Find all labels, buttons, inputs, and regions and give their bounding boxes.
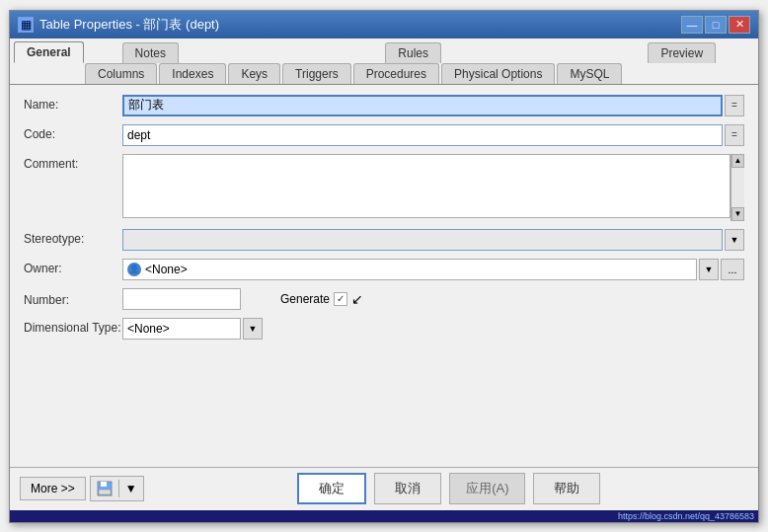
title-controls: — □ ✕ bbox=[681, 16, 750, 34]
tab-columns[interactable]: Columns bbox=[85, 63, 157, 84]
name-control-wrap: = bbox=[122, 95, 744, 116]
owner-user-icon: 👤 bbox=[127, 263, 141, 276]
more-button[interactable]: More >> bbox=[20, 477, 86, 500]
name-label: Name: bbox=[24, 95, 122, 112]
tab-general[interactable]: General bbox=[14, 41, 84, 63]
main-window: ▦ Table Properties - 部门表 (dept) — □ ✕ Ge… bbox=[9, 10, 759, 523]
code-row: Code: = bbox=[24, 124, 744, 146]
stereotype-select-wrap: ▼ bbox=[122, 229, 744, 251]
tab-row-2-inner: Columns Indexes Keys Triggers Procedures… bbox=[10, 63, 758, 84]
owner-ellipsis-button[interactable]: ... bbox=[721, 259, 744, 280]
number-label: Number: bbox=[24, 290, 122, 307]
owner-dropdown-arrow[interactable]: ▼ bbox=[699, 259, 719, 280]
window-icon: ▦ bbox=[18, 17, 34, 33]
dimensional-type-row: Dimensional Type: <None> ▼ bbox=[24, 318, 744, 340]
number-input[interactable] bbox=[122, 288, 241, 310]
dimensional-type-select[interactable]: <None> bbox=[122, 318, 241, 340]
stereotype-label: Stereotype: bbox=[24, 229, 122, 246]
tab-mysql[interactable]: MySQL bbox=[557, 63, 622, 84]
tab-procedures[interactable]: Procedures bbox=[353, 63, 439, 84]
title-bar: ▦ Table Properties - 部门表 (dept) — □ ✕ bbox=[10, 11, 758, 38]
dimensional-select-wrap: <None> ▼ bbox=[122, 318, 263, 340]
tab-notes[interactable]: Notes bbox=[122, 42, 179, 63]
comment-scrollbar[interactable]: ▲ ▼ bbox=[730, 154, 744, 221]
owner-label: Owner: bbox=[24, 259, 122, 275]
cursor-indicator: ↙ bbox=[351, 291, 363, 307]
dimensional-type-label: Dimensional Type: bbox=[24, 318, 122, 335]
comment-wrap: ▲ ▼ bbox=[122, 154, 744, 221]
save-icon bbox=[97, 481, 113, 496]
scroll-down-arrow[interactable]: ▼ bbox=[731, 207, 744, 221]
maximize-button[interactable]: □ bbox=[705, 16, 727, 34]
tab-preview[interactable]: Preview bbox=[648, 42, 716, 63]
tab-indexes[interactable]: Indexes bbox=[159, 63, 226, 84]
owner-wrap: 👤 <None> ▼ ... bbox=[122, 259, 744, 280]
comment-input[interactable] bbox=[122, 154, 730, 218]
name-row: Name: = bbox=[24, 95, 744, 116]
scroll-up-arrow[interactable]: ▲ bbox=[731, 154, 744, 168]
bottom-bar-center: 确定 取消 应用(A) 帮助 bbox=[150, 473, 748, 504]
svg-rect-2 bbox=[99, 490, 111, 494]
bottom-bar: More >> ▼ 确定 取消 应用(A) 帮助 bbox=[10, 467, 758, 510]
tab-triggers[interactable]: Triggers bbox=[282, 63, 351, 84]
cancel-button[interactable]: 取消 bbox=[374, 473, 441, 504]
tab-physical-options[interactable]: Physical Options bbox=[441, 63, 555, 84]
generate-checkbox[interactable]: ✓ bbox=[334, 292, 347, 306]
comment-label: Comment: bbox=[24, 154, 122, 171]
code-label: Code: bbox=[24, 124, 122, 141]
name-input[interactable] bbox=[122, 95, 723, 116]
bottom-bar-left: More >> ▼ bbox=[20, 476, 144, 501]
minimize-button[interactable]: — bbox=[681, 16, 703, 34]
ok-button[interactable]: 确定 bbox=[297, 473, 366, 504]
title-bar-left: ▦ Table Properties - 部门表 (dept) bbox=[18, 16, 219, 34]
code-eq-button[interactable]: = bbox=[725, 124, 744, 146]
owner-field: 👤 <None> bbox=[122, 259, 697, 280]
tab-area: General Notes Rules Preview Columns Inde… bbox=[10, 38, 758, 85]
tab-row-1: General Notes Rules Preview bbox=[10, 38, 758, 63]
comment-row: Comment: ▲ ▼ bbox=[24, 154, 744, 221]
code-control-wrap: = bbox=[122, 124, 744, 146]
code-input[interactable] bbox=[122, 124, 723, 146]
save-icon-button[interactable] bbox=[91, 477, 118, 500]
dimensional-dropdown-arrow[interactable]: ▼ bbox=[243, 318, 263, 340]
svg-rect-1 bbox=[101, 482, 107, 487]
name-eq-button[interactable]: = bbox=[725, 95, 744, 116]
close-button[interactable]: ✕ bbox=[729, 16, 750, 34]
window-title: Table Properties - 部门表 (dept) bbox=[39, 16, 219, 34]
stereotype-input[interactable] bbox=[122, 229, 723, 251]
generate-label: Generate bbox=[280, 292, 330, 306]
dropdown-arrow-button[interactable]: ▼ bbox=[119, 478, 143, 499]
url-bar: https://blog.csdn.net/qq_43786583 bbox=[10, 510, 758, 522]
number-row: Number: Generate ✓ ↙ bbox=[24, 288, 744, 310]
stereotype-row: Stereotype: ▼ bbox=[24, 229, 744, 251]
tab-row-2: Columns Indexes Keys Triggers Procedures… bbox=[10, 63, 758, 85]
tab-keys[interactable]: Keys bbox=[228, 63, 280, 84]
apply-button[interactable]: 应用(A) bbox=[449, 473, 525, 504]
chevron-down-icon: ▼ bbox=[125, 482, 137, 495]
owner-row: Owner: 👤 <None> ▼ ... bbox=[24, 259, 744, 280]
stereotype-dropdown-arrow[interactable]: ▼ bbox=[725, 229, 744, 251]
form-content: Name: = Code: = Comment: ▲ ▼ bbox=[10, 85, 758, 467]
generate-wrap: Generate ✓ ↙ bbox=[280, 291, 363, 307]
help-button[interactable]: 帮助 bbox=[533, 473, 600, 504]
icon-group-button: ▼ bbox=[90, 476, 144, 501]
owner-value: <None> bbox=[145, 263, 188, 276]
tab-rules[interactable]: Rules bbox=[385, 42, 441, 63]
